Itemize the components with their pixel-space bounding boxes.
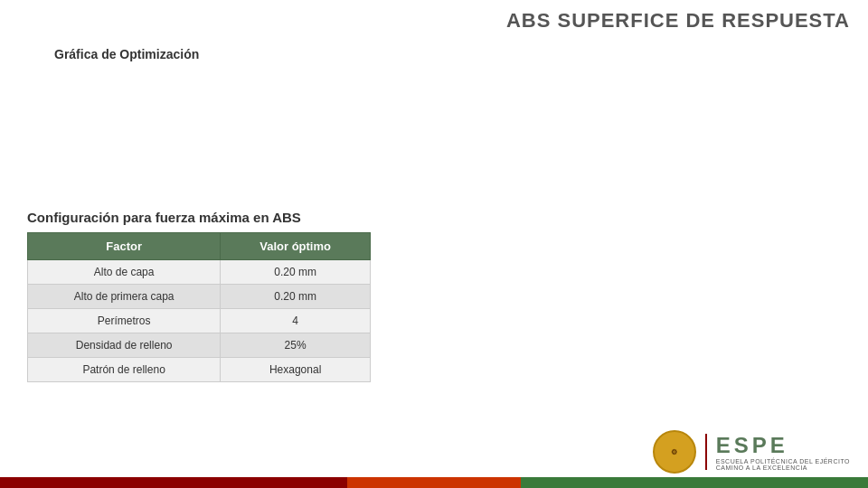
cell-value: 25% [221,333,371,358]
logo-letter-e2: E [770,433,785,458]
logo-area: ⚙ E S P E ESCUELA POLITÉCNICA DEL EJÉRCI… [653,430,850,474]
cell-factor: Densidad de relleno [28,333,221,358]
logo-emblem-text: ⚙ [671,448,677,456]
grafica-title: Gráfica de Optimización [27,40,841,65]
bottom-bar [0,477,868,488]
cell-factor: Alto de capa [28,260,221,285]
table-row: Densidad de relleno25% [28,333,371,358]
logo-text-group: E S P E ESCUELA POLITÉCNICA DEL EJÉRCITO… [716,433,850,471]
col-header-valor: Valor óptimo [221,233,371,260]
logo-subtitle-group: ESCUELA POLITÉCNICA DEL EJÉRCITO CAMINO … [716,458,850,471]
bar-orange [347,477,521,488]
logo-divider [705,434,707,470]
cell-value: 4 [221,309,371,333]
logo-emblem: ⚙ [653,430,696,474]
page-title: ABS SUPERFICE DE RESPUESTA [506,9,850,32]
table-row: Alto de primera capa0.20 mm [28,285,371,309]
bar-red [0,477,347,488]
logo-letter-s: S [734,433,749,458]
col-header-factor: Factor [28,233,221,260]
cell-factor: Perímetros [28,309,221,333]
grafica-area [27,65,841,210]
cell-value: 0.20 mm [221,285,371,309]
header: ABS SUPERFICE DE RESPUESTA [0,0,868,40]
logo-letter-p: P [752,433,767,458]
table-row: Perímetros4 [28,309,371,333]
table-row: Patrón de rellenoHexagonal [28,358,371,382]
logo-letter-e: E [716,433,731,458]
logo-subtitle-text: CAMINO A LA EXCELENCIA [716,465,850,471]
bar-green [521,477,868,488]
logo-letters: E S P E [716,433,850,458]
page-container: ABS SUPERFICE DE RESPUESTA Gráfica de Op… [0,0,868,488]
cell-factor: Patrón de relleno [28,358,221,382]
cell-factor: Alto de primera capa [28,285,221,309]
table-header-row: Factor Valor óptimo [28,233,371,260]
table-row: Alto de capa0.20 mm [28,260,371,285]
cell-value: 0.20 mm [221,260,371,285]
cell-value: Hexagonal [221,358,371,382]
main-content: Gráfica de Optimización Configuración pa… [0,40,868,382]
logo-school-name: ESCUELA POLITÉCNICA DEL EJÉRCITO [716,458,850,465]
config-title: Configuración para fuerza máxima en ABS [27,210,841,225]
config-table: Factor Valor óptimo Alto de capa0.20 mmA… [27,232,371,382]
